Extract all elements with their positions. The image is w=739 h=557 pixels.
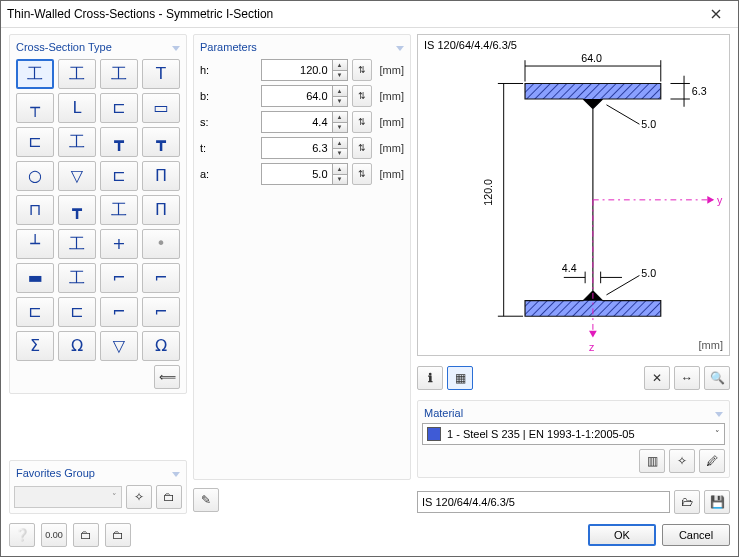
crosssection-i-top[interactable]: ┳ [58, 195, 96, 225]
rect-tube-icon: ▭ [153, 100, 168, 116]
crosssection-angle-l[interactable]: L [58, 93, 96, 123]
crosssection-i3[interactable]: 工 [100, 195, 138, 225]
crosssection-i2[interactable]: 工 [58, 127, 96, 157]
crosssection-channel3[interactable]: ⊏ [16, 297, 54, 327]
spin-down[interactable]: ▼ [332, 148, 347, 159]
crosssection-i-asym[interactable]: 工 [58, 59, 96, 89]
stress-points-button[interactable]: ▦ [447, 366, 473, 390]
crosssection-i-left[interactable]: 工 [100, 59, 138, 89]
param-pick-h[interactable]: ⇅ [352, 59, 372, 81]
import-button[interactable]: 🗀 [73, 523, 99, 547]
material-library-button[interactable]: ▥ [639, 449, 665, 473]
param-pick-t[interactable]: ⇅ [352, 137, 372, 159]
arrow-left-icon: ⟸ [159, 370, 176, 384]
crosssection-i5[interactable]: 工 [58, 263, 96, 293]
description-save-button[interactable]: 💾 [704, 490, 730, 514]
spin-up[interactable]: ▲ [332, 164, 347, 174]
param-input-b[interactable] [262, 87, 332, 105]
crosssection-omega2[interactable]: Ω [142, 331, 180, 361]
crosssection-channel-c[interactable]: ⊏ [100, 93, 138, 123]
crosssection-channel4[interactable]: ⊏ [58, 297, 96, 327]
spin-up[interactable]: ▲ [332, 86, 347, 96]
param-spinner-t[interactable]: ▲▼ [261, 137, 348, 159]
crosssection-t-section[interactable]: T [142, 59, 180, 89]
previous-section-button[interactable]: ⟸ [154, 365, 180, 389]
crosssection-i-section[interactable]: 工 [16, 59, 54, 89]
param-pick-b[interactable]: ⇅ [352, 85, 372, 107]
spin-down[interactable]: ▼ [332, 96, 347, 107]
crosssection-sigma[interactable]: Σ [16, 331, 54, 361]
material-select[interactable]: 1 - Steel S 235 | EN 1993-1-1:2005-05 ˅ [422, 423, 725, 445]
description-load-button[interactable]: 🗁 [674, 490, 700, 514]
param-unit-s: [mm] [376, 116, 404, 128]
crosssection-triangle[interactable]: ▽ [58, 161, 96, 191]
crosssection-zee[interactable]: ⌐ [100, 263, 138, 293]
omega2-icon: Ω [155, 338, 167, 354]
crosssection-angle3[interactable]: ⌐ [142, 297, 180, 327]
favorites-select[interactable]: ˅ [14, 486, 122, 508]
description-input[interactable] [417, 491, 670, 513]
spin-down[interactable]: ▼ [332, 122, 347, 133]
circle-icon: ○ [28, 168, 42, 184]
units-button[interactable]: 0.00 [41, 523, 67, 547]
pick-params-button[interactable]: ✎ [193, 488, 219, 512]
param-pick-a[interactable]: ⇅ [352, 163, 372, 185]
param-pick-s[interactable]: ⇅ [352, 111, 372, 133]
crosssection-channel2[interactable]: ⊏ [100, 161, 138, 191]
info-button[interactable]: ℹ [417, 366, 443, 390]
param-spinner-h[interactable]: ▲▼ [261, 59, 348, 81]
folder-icon: 🗀 [163, 490, 175, 504]
crosssection-double-channel[interactable]: ⊓ [16, 195, 54, 225]
crosssection-y-section[interactable]: ┳ [142, 127, 180, 157]
crosssection-trap[interactable]: ▽ [100, 331, 138, 361]
param-row-a: a:▲▼⇅[mm] [198, 161, 406, 187]
crosssection-flat-bar[interactable]: ▬ [16, 263, 54, 293]
param-spinner-s[interactable]: ▲▼ [261, 111, 348, 133]
crosssection-zee2[interactable]: ⌐ [142, 263, 180, 293]
material-new-button[interactable]: ✧ [669, 449, 695, 473]
help-button[interactable]: ❔ [9, 523, 35, 547]
crosssection-angle2[interactable]: ⌐ [100, 297, 138, 327]
crosssection-pi2[interactable]: Π [142, 195, 180, 225]
values-toggle-button[interactable]: 🔍 [704, 366, 730, 390]
crosssection-pi[interactable]: Π [142, 161, 180, 191]
crosssection-omega[interactable]: Ω [58, 331, 96, 361]
crosssection-rect-tube[interactable]: ▭ [142, 93, 180, 123]
preview-unit: [mm] [699, 339, 723, 351]
crosssection-tee-down[interactable]: ┴ [16, 229, 54, 259]
section-drawing: y z 64.0 6.3 5.0 120.0 [418, 35, 729, 355]
dialog-window: Thin-Walled Cross-Sections - Symmetric I… [0, 0, 739, 557]
dim-b: 64.0 [581, 52, 602, 64]
spin-down[interactable]: ▼ [332, 70, 347, 81]
ok-button[interactable]: OK [588, 524, 656, 546]
export-button[interactable]: 🗀 [105, 523, 131, 547]
spin-up[interactable]: ▲ [332, 138, 347, 148]
crosssection-t-down[interactable]: ┬ [16, 93, 54, 123]
param-spinner-b[interactable]: ▲▼ [261, 85, 348, 107]
close-button[interactable] [700, 4, 732, 24]
param-input-t[interactable] [262, 139, 332, 157]
crosssection-channel-open[interactable]: ⊏ [16, 127, 54, 157]
favorites-add-button[interactable]: ✧ [126, 485, 152, 509]
stepper-icon: ⇅ [358, 143, 366, 153]
crosssection-dot[interactable]: • [142, 229, 180, 259]
stepper-icon: ⇅ [358, 169, 366, 179]
param-input-s[interactable] [262, 113, 332, 131]
crosssection-circle[interactable]: ○ [16, 161, 54, 191]
axis-toggle-button[interactable]: ✕ [644, 366, 670, 390]
crosssection-i4[interactable]: 工 [58, 229, 96, 259]
param-input-h[interactable] [262, 61, 332, 79]
dimensions-toggle-button[interactable]: ↔ [674, 366, 700, 390]
spin-up[interactable]: ▲ [332, 60, 347, 70]
param-input-a[interactable] [262, 165, 332, 183]
cancel-button[interactable]: Cancel [662, 524, 730, 546]
crosssection-plus[interactable]: + [100, 229, 138, 259]
favorites-manage-button[interactable]: 🗀 [156, 485, 182, 509]
crosssection-t-y[interactable]: ┳ [100, 127, 138, 157]
material-edit-button[interactable]: 🖉 [699, 449, 725, 473]
channel4-icon: ⊏ [70, 304, 83, 320]
spin-down[interactable]: ▼ [332, 174, 347, 185]
stepper-icon: ⇅ [358, 117, 366, 127]
param-spinner-a[interactable]: ▲▼ [261, 163, 348, 185]
spin-up[interactable]: ▲ [332, 112, 347, 122]
